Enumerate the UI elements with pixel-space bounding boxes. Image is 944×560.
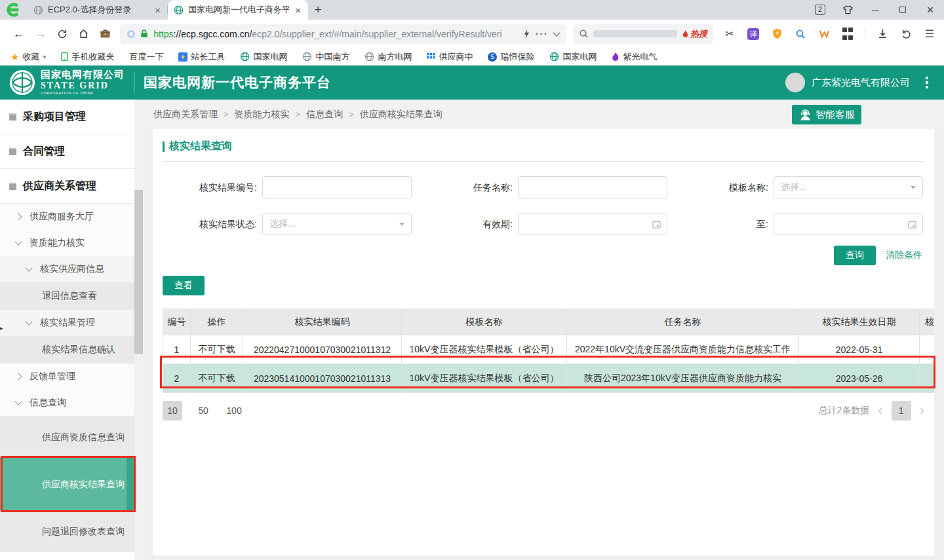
wallet-w-icon[interactable]	[817, 28, 831, 41]
home-icon[interactable]	[73, 28, 94, 39]
tab-close-icon[interactable]: ×	[294, 5, 302, 16]
sidebar-item[interactable]: 反馈单管理	[0, 364, 134, 390]
content-card: 核实结果查询 核实结果编号:任务名称:模板名称:选择...核实结果状态:选择..…	[153, 129, 934, 555]
bookmark-item[interactable]: 国家电网	[240, 51, 287, 63]
sidebar-item[interactable]: 退回信息查看	[0, 282, 134, 310]
sidebar-item[interactable]: 供应商关系管理	[0, 169, 134, 204]
site-permission-icon[interactable]	[127, 30, 135, 38]
bookmark-item[interactable]: 南方电网	[364, 51, 412, 63]
sidebar-item[interactable]: 核实结果信息确认	[0, 336, 134, 364]
lightning-icon[interactable]	[523, 29, 530, 39]
reload-icon[interactable]	[51, 29, 73, 39]
breadcrumb-item[interactable]: 供应商关系管理	[153, 109, 218, 121]
sidebar-item[interactable]: 供应商核实结果查询	[0, 458, 134, 510]
undo-icon[interactable]	[899, 28, 913, 41]
prev-page-icon[interactable]: ‹	[878, 401, 882, 420]
shield-icon[interactable]	[770, 28, 783, 41]
chevron-down-icon	[14, 398, 22, 405]
browser-tab[interactable]: ECP2.0-选择身份登录×	[28, 0, 168, 20]
text-input[interactable]	[262, 176, 412, 198]
current-page-button[interactable]: 1	[892, 401, 911, 420]
close-button[interactable]: ×	[916, 0, 944, 20]
back-icon[interactable]: ←	[8, 27, 30, 41]
sidebar-scrollbar-thumb[interactable]	[134, 190, 143, 354]
select-input[interactable]: 选择...	[262, 213, 412, 235]
sidebar-item[interactable]: 核实结果管理	[0, 310, 134, 336]
next-page-icon[interactable]: ›	[920, 401, 924, 420]
login-keeper-icon[interactable]	[794, 28, 807, 41]
browser-tab[interactable]: 国家电网新一代电子商务平台×	[168, 0, 308, 20]
query-form: 核实结果编号:任务名称:模板名称:选择...核实结果状态:选择...有效期:至:	[153, 176, 934, 235]
restore-button[interactable]	[889, 0, 916, 20]
tab-close-icon[interactable]: ×	[153, 5, 162, 16]
star-icon: ★	[10, 51, 19, 63]
form-row: 核实结果编号:任务名称:模板名称:选择...	[153, 176, 934, 198]
chevron-right-icon	[14, 373, 22, 380]
bookmark-item[interactable]: 供应商中	[427, 51, 473, 63]
sidebar-item[interactable]: 采购项目管理	[0, 100, 134, 134]
date-input[interactable]	[774, 213, 923, 235]
calendar-icon	[652, 219, 661, 229]
text-input[interactable]	[518, 176, 667, 198]
page-size-option[interactable]: 10	[163, 401, 182, 420]
query-button[interactable]: 查询	[834, 246, 876, 265]
bookmark-item[interactable]: ★收藏▾	[10, 51, 46, 63]
flame-purple-icon	[612, 52, 620, 62]
clear-filters-link[interactable]: 清除条件	[886, 250, 922, 261]
screenshot-scissors-icon[interactable]: ✂	[723, 28, 736, 41]
bookmark-item[interactable]: 国家电网	[549, 51, 597, 63]
hot-search-button[interactable]: 热搜	[682, 28, 707, 40]
breadcrumb-item[interactable]: 资质能力核实	[235, 109, 290, 121]
kebab-menu-icon[interactable]	[926, 77, 928, 88]
chevron-down-icon	[25, 318, 32, 325]
sidebar-scrollbar-track[interactable]	[134, 100, 143, 560]
company-name[interactable]: 广东紫光电气有限公司	[812, 77, 910, 89]
bookmark-item[interactable]: 百度一下	[129, 51, 163, 63]
url-text[interactable]: https://ecp.sgcc.com.cn/ecp2.0/supplier_…	[153, 29, 518, 39]
breadcrumb-item[interactable]: 信息查询	[306, 109, 343, 121]
url-bar[interactable]: https://ecp.sgcc.com.cn/ecp2.0/supplier_…	[120, 24, 566, 44]
menu-icon[interactable]: ☰	[923, 28, 936, 41]
caret-down-icon[interactable]: ▾	[43, 53, 46, 60]
calendar-icon	[907, 219, 917, 229]
more-dots-icon[interactable]: ···	[536, 29, 549, 39]
tab-count-badge[interactable]: 2	[806, 0, 834, 20]
page-size-option[interactable]: 50	[193, 401, 213, 420]
bookmark-label: 中国南方	[315, 51, 349, 63]
sidebar-item[interactable]: 供应商服务大厅	[0, 204, 134, 230]
table-header-row: 编号操作核实结果编码模板名称任务名称核实结果生效日期核	[163, 309, 935, 335]
date-input[interactable]	[518, 213, 667, 235]
bookmark-item[interactable]: 紫光电气	[612, 51, 657, 63]
browser-logo-icon[interactable]	[0, 0, 28, 20]
download-icon[interactable]	[876, 28, 889, 41]
table-row[interactable]: 1不可下载20220427100010703002101131210kV变压器核…	[163, 335, 935, 364]
new-tab-button[interactable]: +	[308, 0, 328, 20]
bookmark-item[interactable]: S瑞恒保险	[488, 51, 534, 63]
url-dropdown-icon[interactable]	[553, 29, 560, 36]
table-row[interactable]: 2不可下载20230514100010703002101131310kV变压器核…	[163, 364, 935, 393]
avatar[interactable]	[785, 73, 805, 92]
translate-icon[interactable]: 译	[747, 28, 760, 41]
page-size-option[interactable]: 100	[224, 401, 244, 420]
minimize-button[interactable]	[861, 0, 889, 20]
select-input[interactable]: 选择...	[774, 176, 923, 198]
sidebar-item[interactable]: 资质能力核实	[0, 230, 134, 256]
sidebar-item[interactable]: 核实供应商信息	[0, 256, 134, 282]
sidebar-item[interactable]: 供应商资质信息查询	[0, 416, 134, 458]
breadcrumb-item[interactable]: 供应商核实结果查询	[360, 109, 442, 121]
sidebar-item[interactable]: 信息查询	[0, 390, 134, 416]
skin-icon[interactable]	[834, 0, 861, 20]
sidebar-item[interactable]: 合同管理	[0, 134, 134, 169]
bookmark-item[interactable]: 站长工具	[178, 51, 225, 63]
bookmark-item[interactable]: 手机收藏夹	[61, 51, 114, 63]
forward-icon[interactable]: →	[30, 27, 51, 41]
sidebar-collapse-handle[interactable]: ▸	[0, 325, 3, 331]
sidebar-item[interactable]: 问题退回修改表查询	[0, 510, 134, 552]
view-button[interactable]: 查看	[163, 276, 205, 295]
bookmark-item[interactable]: 中国南方	[302, 51, 349, 63]
bookmark-label: 紫光电气	[623, 51, 657, 63]
briefcase-icon[interactable]	[94, 29, 116, 39]
apps-grid-icon[interactable]	[841, 28, 854, 41]
smart-service-button[interactable]: 智能客服	[792, 105, 861, 124]
search-box[interactable]: 热搜	[573, 24, 713, 44]
